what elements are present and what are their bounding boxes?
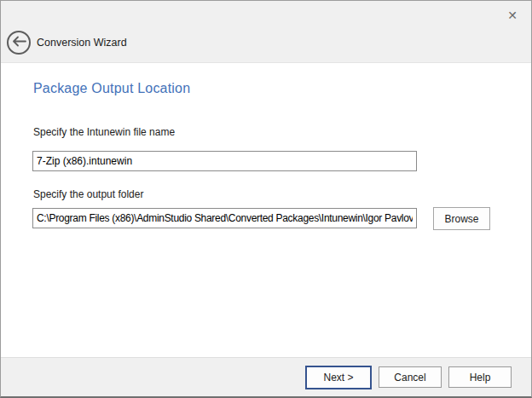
conversion-wizard-dialog: ✕ Conversion Wizard Package Output Locat…: [0, 0, 532, 398]
wizard-header: ✕ Conversion Wizard: [1, 1, 531, 63]
page-title: Package Output Location: [33, 81, 190, 96]
back-button[interactable]: [7, 31, 31, 55]
help-button[interactable]: Help: [448, 366, 512, 388]
intunewin-file-name-input[interactable]: [32, 151, 417, 171]
next-button[interactable]: Next >: [305, 366, 372, 389]
intunewin-file-name-label: Specify the Intunewin file name: [33, 126, 175, 138]
output-folder-label: Specify the output folder: [33, 188, 143, 200]
back-arrow-icon: [12, 36, 26, 49]
wizard-title: Conversion Wizard: [37, 31, 127, 55]
browse-button[interactable]: Browse: [433, 207, 490, 230]
footer-bar: Next > Cancel Help: [1, 357, 531, 396]
output-folder-input[interactable]: [32, 208, 417, 228]
close-button[interactable]: ✕: [502, 5, 523, 26]
cancel-button[interactable]: Cancel: [379, 366, 442, 388]
close-icon: ✕: [507, 9, 518, 21]
